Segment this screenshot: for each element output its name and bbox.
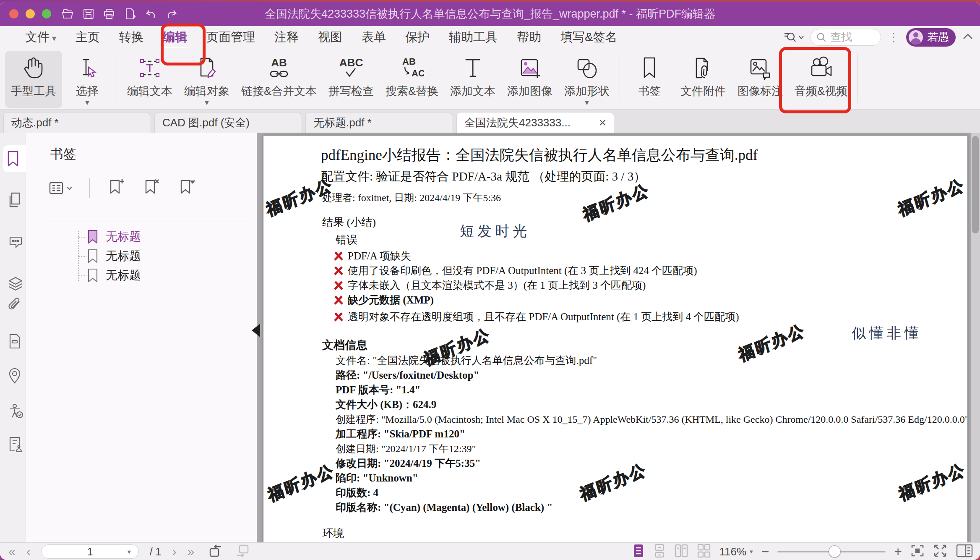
next-page-icon[interactable]: › [172,545,176,558]
tab-active-document[interactable]: 全国法院失4233333... × [456,112,614,133]
delete-bookmark-icon[interactable] [143,178,160,198]
result-heading: 结果 (小结) [263,215,967,230]
select-tool-button[interactable]: 选择 ▼ [62,51,112,108]
info-line: 文件大小 (KB)：624.9 [263,399,967,410]
bookmark-item[interactable]: 无标题 [50,227,253,246]
panel-tab-bookmarks[interactable] [3,145,26,172]
collapse-panel-handle[interactable] [252,324,260,337]
panel-tab-attachments[interactable] [4,292,26,319]
panel-tab-destinations[interactable] [4,328,26,355]
search-box[interactable] [811,29,881,46]
view-continuous-icon[interactable] [632,543,645,560]
search-icon [816,32,827,43]
toggle-right-panel-icon[interactable] [956,543,973,560]
error-cross-icon [334,312,344,322]
add-shape-button[interactable]: 添加形状 ▼ [558,51,615,108]
fit-page-icon[interactable] [910,544,925,560]
error-item: 字体未嵌入（且文本渲染模式不是 3）(在 1 页上找到 3 个匹配项) [263,280,967,291]
bookmark-icon [641,54,658,82]
link-join-text-button[interactable]: AB 链接&合并文本 [235,51,323,108]
menu-page-management[interactable]: 页面管理 [206,29,255,46]
add-bookmark-icon[interactable] [107,178,125,198]
menu-form[interactable]: 表单 [362,29,386,46]
chevron-down-icon[interactable]: ▼ [84,99,91,108]
bookmark-icon [7,150,19,167]
add-text-icon [464,54,482,82]
info-line: 创建日期: "2024/1/17 下午12:39" [263,443,967,454]
page-number-input[interactable]: 1 ▾ [42,544,139,559]
panel-tab-accessibility[interactable] [4,398,26,425]
zoom-level-dropdown[interactable]: 116% ▾ [719,545,753,558]
page-total: / 1 [150,546,162,558]
info-line: 文件名: "全国法院失信被执行人名单信息公布与查询.pdf" [263,355,967,366]
previous-view-icon[interactable] [208,544,224,560]
user-account-button[interactable]: 若愚 [906,28,956,47]
more-options-icon[interactable]: ⋮ [888,30,899,44]
spell-check-icon: ABC [339,54,363,82]
error-heading: 错误 [263,233,967,247]
chevron-down-icon[interactable]: ▼ [584,99,591,108]
menu-comment[interactable]: 注释 [274,29,299,46]
add-shape-icon [575,54,599,82]
bookmarks-panel: 书签 无标题 无标题 [26,133,257,542]
first-page-icon[interactable]: « [8,545,16,558]
advanced-search-icon[interactable] [783,30,804,44]
zoom-in-icon[interactable]: + [894,545,902,558]
panel-tab-comments[interactable] [4,229,26,256]
last-page-icon[interactable]: » [187,545,194,558]
view-single-page-icon[interactable] [653,543,666,560]
panel-tab-fields[interactable] [4,431,26,458]
search-replace-button[interactable]: ABAC 搜索&替换 [380,51,444,108]
bookmark-button[interactable]: 书签 [624,51,675,108]
menu-view[interactable]: 视图 [318,29,342,46]
chevron-down-icon[interactable]: ▼ [203,99,211,108]
bookmark-options-icon[interactable] [48,180,72,196]
add-image-button[interactable]: 添加图像 [501,51,558,108]
hand-icon [23,54,44,82]
add-text-button[interactable]: 添加文本 [444,51,501,108]
next-view-icon[interactable] [235,544,250,560]
file-attachment-button[interactable]: 文件附件 [675,51,732,108]
bookmark-item[interactable]: 无标题 [50,246,253,266]
foxit-pdf-editor-window: 全国法院失4233333信被执行人名单信息公布与查询_报告_wrapper.pd… [0,2,980,560]
menu-fill-sign[interactable]: 填写&签名 [560,29,617,46]
vertical-scrollbar[interactable] [971,133,980,542]
fullscreen-icon[interactable] [933,544,947,560]
previous-page-icon[interactable]: ‹ [26,545,31,558]
avatar [909,30,923,44]
menu-accessibility[interactable]: 辅助工具 [449,29,498,46]
search-replace-icon: ABAC [400,54,424,82]
tab-cad[interactable]: CAD 图.pdf (安全) [154,112,301,133]
tab-dongtai[interactable]: 动态.pdf * [3,112,150,133]
image-annotation-icon [748,54,772,82]
close-tab-icon[interactable]: × [599,115,606,130]
zoom-slider-thumb[interactable] [829,545,841,557]
info-line: 修改日期: "2024/4/19 下午5:35" [263,458,967,469]
bookmark-tree: 无标题 无标题 无标题 [50,227,253,285]
menu-protect[interactable]: 保护 [405,29,430,46]
hand-tool-button[interactable]: 手型工具 [5,51,62,108]
zoom-slider[interactable] [777,544,886,559]
view-two-page-scroll-icon[interactable] [697,543,711,560]
info-line: 创建程序: "Mozilla/5.0 (Macintosh; Intel Mac… [263,414,967,425]
menu-help[interactable]: 帮助 [517,29,541,46]
env-heading: 环境 [263,527,967,540]
error-item: 透明对象不存在透明度组项，且不存在 PDF/A OutputIntent (在 … [263,311,967,323]
spell-check-button[interactable]: ABC 拼写检查 [323,51,380,108]
view-two-page-icon[interactable] [674,543,688,560]
menu-home[interactable]: 主页 [76,29,100,46]
tab-untitled[interactable]: 无标题.pdf * [305,112,452,133]
bookmark-item[interactable]: 无标题 [50,266,253,285]
document-viewport[interactable]: pdfEngine小结报告：全国法院失信被执行人名单信息公布与查询.pdf 配置… [257,133,980,542]
menu-convert[interactable]: 转换 [119,29,143,46]
scrollbar-thumb[interactable] [972,136,979,233]
panel-title: 书签 [50,145,76,163]
collapse-toolbar-icon[interactable] [962,33,973,42]
annotation-box-edit-menu [161,24,206,65]
search-input[interactable] [830,31,872,44]
panel-tab-places[interactable] [4,363,26,390]
bookmark-more-icon[interactable] [178,178,195,198]
menu-file[interactable]: 文件▾ [25,29,56,46]
zoom-out-icon[interactable]: − [761,545,769,558]
panel-tab-pages[interactable] [4,186,26,213]
